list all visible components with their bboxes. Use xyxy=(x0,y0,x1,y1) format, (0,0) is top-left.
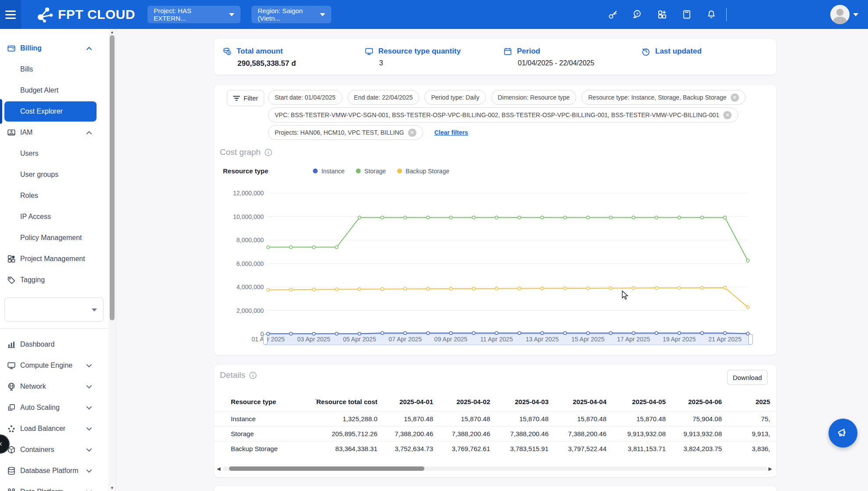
data-point[interactable] xyxy=(381,287,384,290)
data-point[interactable] xyxy=(381,332,384,335)
sidebar-item-ip-access[interactable]: IP Access xyxy=(0,206,109,227)
data-point[interactable] xyxy=(609,287,612,290)
data-point[interactable] xyxy=(518,332,521,335)
scroll-up-icon[interactable]: ▲ xyxy=(108,29,116,35)
data-point[interactable] xyxy=(449,332,452,335)
sidebar-item-cost-explorer[interactable]: Cost Explorer xyxy=(0,101,109,122)
data-point[interactable] xyxy=(267,246,270,249)
sidebar-service-network[interactable]: Network xyxy=(0,376,109,397)
data-point[interactable] xyxy=(518,287,521,290)
data-point[interactable] xyxy=(495,216,498,219)
data-point[interactable] xyxy=(472,287,475,290)
scroll-left-icon[interactable]: ◀ xyxy=(217,466,222,472)
data-point[interactable] xyxy=(495,332,498,335)
key-icon[interactable] xyxy=(601,0,625,29)
sidebar-scrollbar[interactable]: ▲ ▼ xyxy=(108,29,116,491)
scrollbar-thumb[interactable] xyxy=(229,466,424,471)
data-point[interactable] xyxy=(632,216,635,219)
data-point[interactable] xyxy=(632,287,635,290)
chip-remove-icon[interactable]: ✕ xyxy=(731,93,739,102)
navigator-left-handle[interactable] xyxy=(263,334,267,344)
data-point[interactable] xyxy=(404,216,407,219)
legend-item-storage[interactable]: Storage xyxy=(356,168,386,175)
notification-bell-icon[interactable] xyxy=(699,0,724,29)
data-point[interactable] xyxy=(290,332,293,335)
user-account-menu[interactable] xyxy=(830,5,858,24)
column-header[interactable]: 'Resource total cost xyxy=(302,398,379,405)
data-point[interactable] xyxy=(335,246,338,249)
scrollbar-thumb[interactable] xyxy=(110,35,115,320)
project-selector[interactable]: Project: HAS EXTERN... xyxy=(147,6,240,23)
data-point[interactable] xyxy=(404,287,407,290)
service-select-dropdown[interactable] xyxy=(4,297,104,322)
info-icon[interactable] xyxy=(265,149,272,156)
scroll-down-icon[interactable]: ▼ xyxy=(108,485,116,491)
data-point[interactable] xyxy=(427,332,430,335)
data-point[interactable] xyxy=(724,216,727,219)
sidebar-service-dashboard[interactable]: Dashboard xyxy=(0,334,109,355)
data-point[interactable] xyxy=(746,306,750,309)
legend-item-instance[interactable]: Instance xyxy=(313,168,344,175)
sidebar-item-user-groups[interactable]: User groups xyxy=(0,164,109,185)
chip-remove-icon[interactable]: ✕ xyxy=(723,111,732,119)
series-line-instance[interactable] xyxy=(268,333,748,334)
series-line-backup-storage[interactable] xyxy=(268,288,748,307)
fpt-cloud-logo[interactable]: FPT CLOUD xyxy=(36,6,135,23)
data-point[interactable] xyxy=(472,216,475,219)
data-point[interactable] xyxy=(312,288,316,291)
data-point[interactable] xyxy=(678,216,681,219)
data-point[interactable] xyxy=(358,288,361,291)
data-point[interactable] xyxy=(495,287,498,290)
data-point[interactable] xyxy=(609,332,612,335)
sidebar-item-roles[interactable]: Roles xyxy=(0,185,109,206)
data-point[interactable] xyxy=(586,287,589,290)
sidebar-service-database-platform[interactable]: Database Platform xyxy=(0,460,109,481)
data-point[interactable] xyxy=(701,287,704,290)
data-point[interactable] xyxy=(358,216,361,219)
sidebar-item-users[interactable]: Users xyxy=(0,143,109,164)
sidebar-item-budget-alert[interactable]: Budget Alert xyxy=(0,80,109,101)
data-point[interactable] xyxy=(563,216,567,219)
sidebar-item-project-management[interactable]: Project Management xyxy=(0,248,109,269)
data-point[interactable] xyxy=(655,332,658,335)
data-point[interactable] xyxy=(449,216,452,219)
data-point[interactable] xyxy=(541,287,544,290)
data-point[interactable] xyxy=(655,216,658,219)
sidebar-service-containers[interactable]: Containers xyxy=(0,439,109,460)
sidebar-item-policy-management[interactable]: Policy Management xyxy=(0,227,109,248)
chip-remove-icon[interactable]: ✕ xyxy=(408,129,416,137)
data-point[interactable] xyxy=(586,332,589,335)
download-button[interactable]: Download xyxy=(727,370,768,385)
table-horizontal-scrollbar[interactable]: ◀ ▶ xyxy=(217,466,774,472)
sidebar-item-bills[interactable]: Bills xyxy=(0,59,109,80)
data-point[interactable] xyxy=(701,216,704,219)
data-point[interactable] xyxy=(563,287,567,290)
data-point[interactable] xyxy=(678,332,681,335)
data-point[interactable] xyxy=(427,287,430,290)
data-point[interactable] xyxy=(335,288,338,291)
announcement-fab[interactable] xyxy=(829,419,857,448)
cost-line-chart[interactable]: 02,000,0004,000,0006,000,0008,000,00010,… xyxy=(214,185,777,354)
clear-filters-link[interactable]: Clear filters xyxy=(434,129,468,136)
data-point[interactable] xyxy=(724,332,727,335)
sidebar-item-billing[interactable]: Billing xyxy=(0,38,109,59)
data-point[interactable] xyxy=(724,286,727,289)
data-point[interactable] xyxy=(609,216,612,219)
sidebar-service-load-balancer[interactable]: Load Balancer xyxy=(0,418,109,439)
data-point[interactable] xyxy=(541,332,544,335)
sidebar-service-data-platform[interactable]: Data Platform xyxy=(0,481,109,491)
data-point[interactable] xyxy=(267,288,270,291)
data-point[interactable] xyxy=(586,216,589,219)
data-point[interactable] xyxy=(632,332,635,335)
data-point[interactable] xyxy=(290,246,293,249)
filter-button[interactable]: Filter xyxy=(227,90,264,106)
sidebar-item-tagging[interactable]: Tagging xyxy=(0,269,109,290)
sidebar-item-iam[interactable]: IAM xyxy=(0,122,109,143)
data-point[interactable] xyxy=(404,332,407,335)
data-point[interactable] xyxy=(449,287,452,290)
data-point[interactable] xyxy=(746,259,750,262)
legend-item-backup-storage[interactable]: Backup Storage xyxy=(397,168,449,175)
data-point[interactable] xyxy=(541,216,544,219)
apps-grid-icon[interactable] xyxy=(650,0,674,29)
documentation-icon[interactable] xyxy=(674,0,699,29)
